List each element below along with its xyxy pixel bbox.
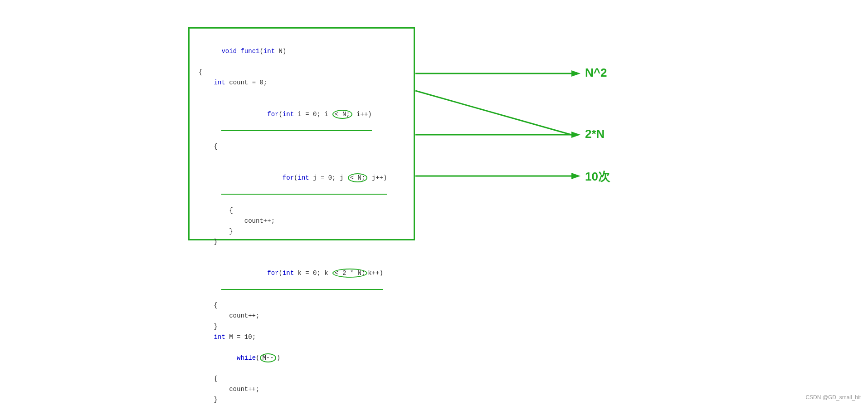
kw-while: while bbox=[237, 354, 256, 362]
circle-N2: < N; bbox=[348, 173, 368, 182]
fn-func1: func1 bbox=[240, 48, 259, 55]
line-1: void func1(int N) bbox=[199, 36, 405, 67]
svg-marker-3 bbox=[571, 132, 580, 138]
line-4: for(int i = 0; i < N; i++) bbox=[199, 88, 405, 141]
line-17: { bbox=[199, 374, 405, 384]
plain-1: ( bbox=[259, 48, 263, 55]
line-7: { bbox=[199, 205, 405, 216]
kw-int-2: int bbox=[214, 79, 225, 86]
line-6: for(int j = 0; j < N; j++) bbox=[199, 152, 405, 205]
line-12: { bbox=[199, 300, 405, 311]
kw-int-6: int bbox=[214, 333, 225, 341]
kw-for-1: for bbox=[267, 111, 278, 118]
svg-marker-6 bbox=[571, 173, 580, 179]
line-16: while(M--) bbox=[199, 342, 405, 374]
line-2: { bbox=[199, 67, 405, 78]
watermark: CSDN @GD_small_bit bbox=[805, 394, 861, 401]
svg-line-2 bbox=[415, 91, 571, 135]
line-15: int M = 10; bbox=[199, 332, 405, 342]
arrow-label-10ci: 10次 bbox=[585, 169, 610, 185]
line-11: for(int k = 0; k < 2 * N;k++) bbox=[199, 247, 405, 300]
circle-2N: < 2 * N; bbox=[332, 269, 367, 278]
kw-int-4: int bbox=[297, 174, 309, 181]
kw-for-2: for bbox=[283, 174, 294, 181]
line-19: } bbox=[199, 395, 405, 405]
arrows-svg bbox=[0, 0, 868, 406]
kw-int-3: int bbox=[283, 111, 294, 118]
circle-N1: < N; bbox=[332, 110, 352, 119]
arrow-label-2n: 2*N bbox=[585, 127, 605, 141]
loop2-underline: for(int j = 0; j < N; j++) bbox=[221, 162, 387, 195]
line-13: count++; bbox=[199, 311, 405, 321]
code-container: void func1(int N) { int count = 0; for(i… bbox=[188, 27, 415, 240]
arrow-label-n2: N^2 bbox=[585, 66, 607, 80]
line-5: { bbox=[199, 142, 405, 152]
line-14: } bbox=[199, 322, 405, 332]
kw-int-5: int bbox=[283, 269, 294, 277]
loop3-underline: for(int k = 0; k < 2 * N;k++) bbox=[221, 258, 383, 290]
loop1-underline: for(int i = 0; i < N; i++) bbox=[221, 99, 371, 131]
line-10: } bbox=[199, 237, 405, 247]
kw-void: void bbox=[221, 48, 240, 55]
line-3: int count = 0; bbox=[199, 78, 405, 88]
kw-int-1: int bbox=[263, 48, 275, 55]
line-18: count++; bbox=[199, 384, 405, 395]
line-9: } bbox=[199, 226, 405, 237]
code-block: void func1(int N) { int count = 0; for(i… bbox=[190, 29, 414, 406]
circle-M: M-- bbox=[260, 353, 276, 362]
kw-for-3: for bbox=[267, 269, 278, 277]
svg-marker-1 bbox=[571, 70, 580, 77]
line-8: count++; bbox=[199, 216, 405, 226]
